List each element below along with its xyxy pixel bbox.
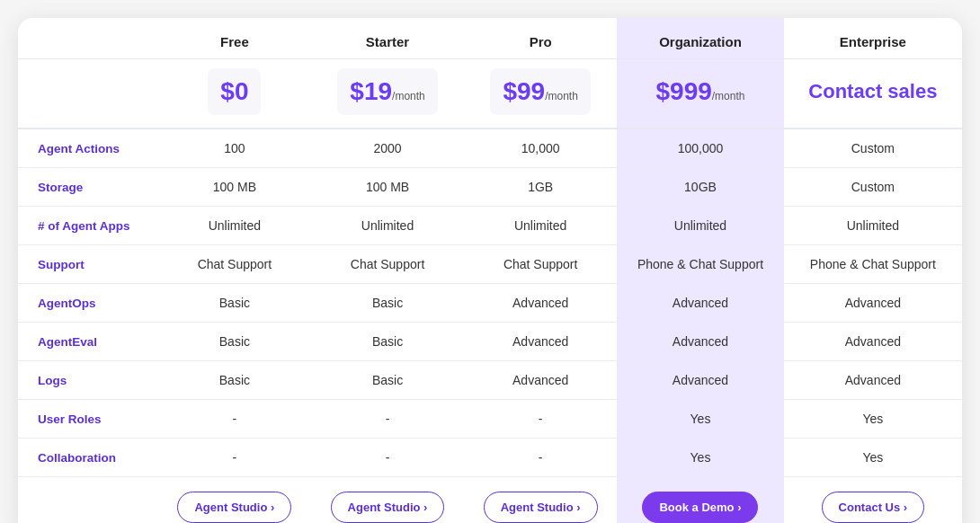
contact-us-button[interactable]: Contact Us › (822, 492, 925, 523)
pricing-table: Free Starter Pro Organization Enterprise… (18, 18, 962, 523)
price-enterprise: Contact sales (784, 59, 962, 129)
col-org-header: Organization (617, 18, 784, 59)
feature-value: 100 (158, 129, 311, 168)
feature-label: AgentOps (18, 284, 158, 323)
feature-value: Advanced (464, 284, 617, 323)
price-pro-value: $99 (503, 77, 545, 105)
table-row: SupportChat SupportChat SupportChat Supp… (18, 245, 962, 284)
feature-value: Advanced (784, 361, 962, 400)
feature-value: Advanced (617, 361, 784, 400)
footer-buttons-row: Agent Studio ›Agent Studio ›Agent Studio… (18, 477, 962, 524)
price-starter-value: $19 (350, 77, 392, 105)
table-row: User Roles---YesYes (18, 400, 962, 439)
feature-value: Basic (158, 323, 311, 361)
feature-value: - (464, 439, 617, 477)
feature-label: Storage (18, 168, 158, 207)
table-row: AgentEvalBasicBasicAdvancedAdvancedAdvan… (18, 323, 962, 361)
feature-value: Unlimited (784, 207, 962, 245)
feature-value: - (311, 400, 464, 439)
feature-value: Chat Support (464, 245, 617, 284)
agent-studio-button[interactable]: Agent Studio › (177, 492, 291, 523)
price-pro: $99/month (464, 59, 617, 129)
feature-label: Collaboration (18, 439, 158, 477)
feature-value: Chat Support (311, 245, 464, 284)
price-org-value: $999 (655, 77, 711, 105)
feature-label: Support (18, 245, 158, 284)
price-empty (18, 59, 158, 129)
feature-value: Advanced (784, 284, 962, 323)
col-starter-header: Starter (311, 18, 464, 59)
price-org: $999/month (617, 59, 784, 129)
feature-value: 100 MB (158, 168, 311, 207)
feature-value: - (158, 439, 311, 477)
agent-studio-button[interactable]: Agent Studio › (331, 492, 445, 523)
price-org-sub: /month (712, 90, 745, 102)
table-row: Collaboration---YesYes (18, 439, 962, 477)
feature-value: Advanced (464, 323, 617, 361)
feature-value: Custom (784, 168, 962, 207)
feature-value: - (311, 439, 464, 477)
col-pro-header: Pro (464, 18, 617, 59)
feature-value: Chat Support (158, 245, 311, 284)
feature-value: 100,000 (617, 129, 784, 168)
table-row: Storage100 MB100 MB1GB10GBCustom (18, 168, 962, 207)
feature-label: AgentEval (18, 323, 158, 361)
agent-studio-button[interactable]: Agent Studio › (484, 492, 598, 523)
feature-value: Yes (784, 400, 962, 439)
feature-value: Advanced (617, 323, 784, 361)
feature-value: - (464, 400, 617, 439)
footer-btn-cell: Agent Studio › (311, 477, 464, 524)
price-free: $0 (158, 59, 311, 129)
table-row: AgentOpsBasicBasicAdvancedAdvancedAdvanc… (18, 284, 962, 323)
footer-btn-cell: Contact Us › (784, 477, 962, 524)
feature-label: Logs (18, 361, 158, 400)
feature-value: Phone & Chat Support (784, 245, 962, 284)
feature-value: 10,000 (464, 129, 617, 168)
footer-btn-cell: Book a Demo › (617, 477, 784, 524)
book-demo-button[interactable]: Book a Demo › (642, 492, 758, 523)
col-enterprise-header: Enterprise (784, 18, 962, 59)
price-enterprise-value: Contact sales (808, 80, 937, 102)
price-free-value: $0 (220, 77, 248, 105)
feature-label: # of Agent Apps (18, 207, 158, 245)
feature-value: Phone & Chat Support (617, 245, 784, 284)
feature-value: Basic (158, 284, 311, 323)
price-starter-sub: /month (392, 90, 425, 102)
feature-label: Agent Actions (18, 129, 158, 168)
feature-value: Advanced (617, 284, 784, 323)
feature-value: Basic (311, 284, 464, 323)
price-starter: $19/month (311, 59, 464, 129)
feature-value: Advanced (784, 323, 962, 361)
feature-value: Custom (784, 129, 962, 168)
price-pro-sub: /month (545, 90, 578, 102)
col-free-header: Free (158, 18, 311, 59)
footer-btn-cell: Agent Studio › (464, 477, 617, 524)
col-feature-header (18, 18, 158, 59)
feature-value: 1GB (464, 168, 617, 207)
feature-label: User Roles (18, 400, 158, 439)
feature-value: 100 MB (311, 168, 464, 207)
feature-value: 2000 (311, 129, 464, 168)
footer-btn-cell: Agent Studio › (158, 477, 311, 524)
feature-value: Yes (784, 439, 962, 477)
feature-value: Basic (311, 361, 464, 400)
feature-value: Basic (158, 361, 311, 400)
feature-value: Yes (617, 439, 784, 477)
table-row: LogsBasicBasicAdvancedAdvancedAdvanced (18, 361, 962, 400)
feature-value: Unlimited (158, 207, 311, 245)
feature-value: Unlimited (464, 207, 617, 245)
feature-value: - (158, 400, 311, 439)
feature-value: Unlimited (617, 207, 784, 245)
feature-value: Advanced (464, 361, 617, 400)
feature-value: Yes (617, 400, 784, 439)
table-row: Agent Actions100200010,000100,000Custom (18, 129, 962, 168)
feature-value: 10GB (617, 168, 784, 207)
table-row: # of Agent AppsUnlimitedUnlimitedUnlimit… (18, 207, 962, 245)
footer-empty (18, 477, 158, 524)
feature-value: Unlimited (311, 207, 464, 245)
feature-value: Basic (311, 323, 464, 361)
